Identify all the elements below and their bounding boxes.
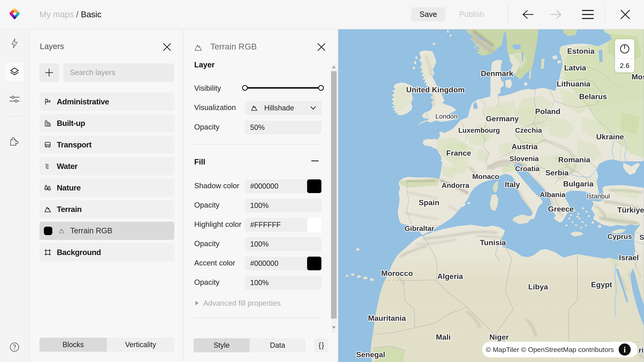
svg-text:Israel: Israel xyxy=(619,253,639,262)
svg-text:Bulgaria: Bulgaria xyxy=(563,180,594,188)
svg-text:Libya: Libya xyxy=(528,283,548,291)
svg-text:Denmark: Denmark xyxy=(481,69,513,78)
svg-text:Mosc: Mosc xyxy=(632,73,644,81)
svg-text:Algeria: Algeria xyxy=(437,272,463,281)
svg-text:Albania: Albania xyxy=(540,191,566,199)
svg-text:Latvia: Latvia xyxy=(564,63,586,72)
svg-text:Ukraine: Ukraine xyxy=(596,132,624,141)
svg-text:Luxembourg: Luxembourg xyxy=(458,126,500,134)
svg-text:Monaco: Monaco xyxy=(472,173,499,180)
svg-text:İstanbul: İstanbul xyxy=(587,192,610,200)
svg-text:Czechia: Czechia xyxy=(515,126,542,134)
svg-text:Niger: Niger xyxy=(490,333,509,341)
svg-text:Spain: Spain xyxy=(418,198,439,207)
svg-text:Lithuania: Lithuania xyxy=(557,80,590,88)
svg-text:Croatia: Croatia xyxy=(515,165,540,173)
svg-text:rit: rit xyxy=(638,346,644,354)
svg-text:Cyprus: Cyprus xyxy=(607,233,632,240)
svg-text:Senegal: Senegal xyxy=(356,350,385,359)
svg-text:Mali: Mali xyxy=(436,333,450,341)
svg-text:Belarus: Belarus xyxy=(579,92,607,101)
svg-text:Estonia: Estonia xyxy=(567,47,595,55)
svg-text:Italy: Italy xyxy=(505,180,520,189)
svg-text:Romania: Romania xyxy=(558,155,590,164)
svg-text:Gibraltar: Gibraltar xyxy=(404,224,434,232)
svg-text:Mauritania: Mauritania xyxy=(368,314,406,322)
svg-text:London: London xyxy=(435,113,458,120)
svg-text:Türkiye: Türkiye xyxy=(617,206,644,214)
svg-text:France: France xyxy=(446,149,471,157)
svg-text:Austria: Austria xyxy=(512,142,538,151)
svg-text:Slovenia: Slovenia xyxy=(510,155,539,162)
svg-text:Andorra: Andorra xyxy=(442,181,469,189)
svg-text:Serbia: Serbia xyxy=(546,169,569,177)
svg-text:Tunisia: Tunisia xyxy=(480,238,506,247)
svg-text:Egypt: Egypt xyxy=(591,280,612,289)
svg-text:Sy: Sy xyxy=(639,233,644,241)
svg-text:Germany: Germany xyxy=(486,114,518,123)
svg-text:Greece: Greece xyxy=(548,205,574,213)
svg-text:Poland: Poland xyxy=(535,107,560,116)
svg-text:United Kingdom: United Kingdom xyxy=(406,85,465,94)
svg-text:Morocco: Morocco xyxy=(381,269,413,278)
